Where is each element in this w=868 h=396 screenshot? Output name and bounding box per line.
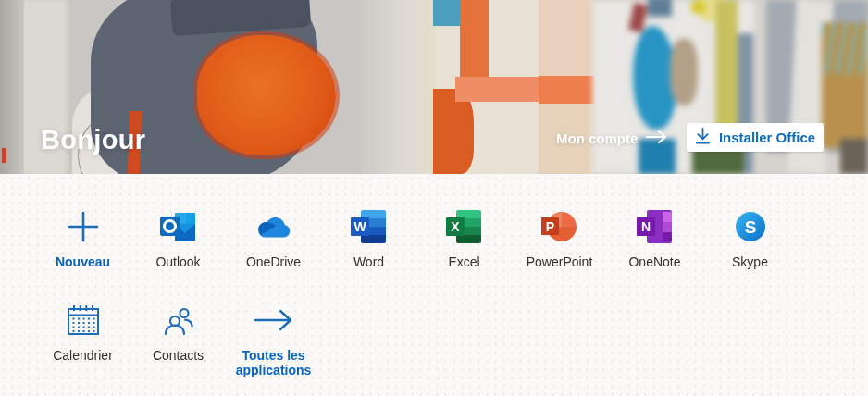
tile-contacts[interactable]: Contacts: [130, 301, 226, 377]
apps-row-1: Nouveau Outlook: [35, 174, 868, 269]
svg-text:N: N: [640, 219, 650, 234]
arrow-right-icon: [254, 301, 294, 340]
arrow-right-icon: [646, 130, 668, 147]
tile-label: Nouveau: [56, 254, 110, 269]
tile-excel[interactable]: X Excel: [416, 207, 512, 269]
greeting-title: Bonjour: [41, 125, 145, 155]
calendar-icon: [66, 301, 101, 340]
tile-label: Word: [353, 254, 384, 269]
svg-text:W: W: [353, 219, 366, 234]
tile-onenote[interactable]: N OneNote: [607, 207, 702, 269]
tile-label: OneDrive: [246, 254, 301, 269]
plus-icon: [67, 207, 100, 246]
tile-label: Excel: [448, 254, 479, 269]
tile-calendrier[interactable]: Calendrier: [35, 301, 130, 377]
tile-label: Contacts: [153, 348, 204, 363]
outlook-icon: [160, 207, 197, 246]
tile-label: Toutes les applications: [229, 348, 318, 377]
svg-text:X: X: [451, 219, 460, 234]
tile-toutes-les-applications[interactable]: Toutes les applications: [226, 301, 321, 377]
install-office-label: Installer Office: [719, 130, 815, 145]
tile-onedrive[interactable]: OneDrive: [226, 207, 321, 269]
tile-outlook[interactable]: Outlook: [130, 207, 226, 269]
onedrive-icon: [254, 207, 293, 246]
my-account-label: Mon compte: [556, 130, 638, 146]
tile-skype[interactable]: S Skype: [702, 207, 798, 269]
tile-label: Calendrier: [53, 348, 113, 363]
install-office-button[interactable]: Installer Office: [687, 123, 824, 152]
excel-icon: X: [446, 207, 483, 246]
tile-powerpoint[interactable]: P PowerPoint: [512, 207, 607, 269]
onenote-icon: N: [637, 207, 674, 246]
word-icon: W: [351, 207, 388, 246]
tile-label: OneNote: [628, 254, 680, 269]
tile-nouveau[interactable]: Nouveau: [35, 207, 130, 269]
banner-overlay: Bonjour Mon compte Installer Office: [0, 0, 868, 174]
tile-label: Skype: [732, 254, 768, 269]
contacts-icon: [162, 301, 195, 340]
svg-text:S: S: [744, 217, 756, 237]
skype-icon: S: [734, 207, 767, 246]
tile-word[interactable]: W Word: [321, 207, 416, 269]
powerpoint-icon: P: [541, 207, 578, 246]
my-account-link[interactable]: Mon compte: [556, 130, 668, 147]
svg-text:P: P: [545, 219, 553, 234]
apps-row-2: Calendrier Contacts Toutes les applicati…: [35, 269, 868, 377]
tile-label: PowerPoint: [527, 254, 593, 269]
download-icon: [695, 128, 711, 148]
hero-banner: Bonjour Mon compte Installer Office: [0, 0, 868, 174]
apps-section: Nouveau Outlook: [0, 174, 868, 396]
tile-label: Outlook: [155, 254, 200, 269]
